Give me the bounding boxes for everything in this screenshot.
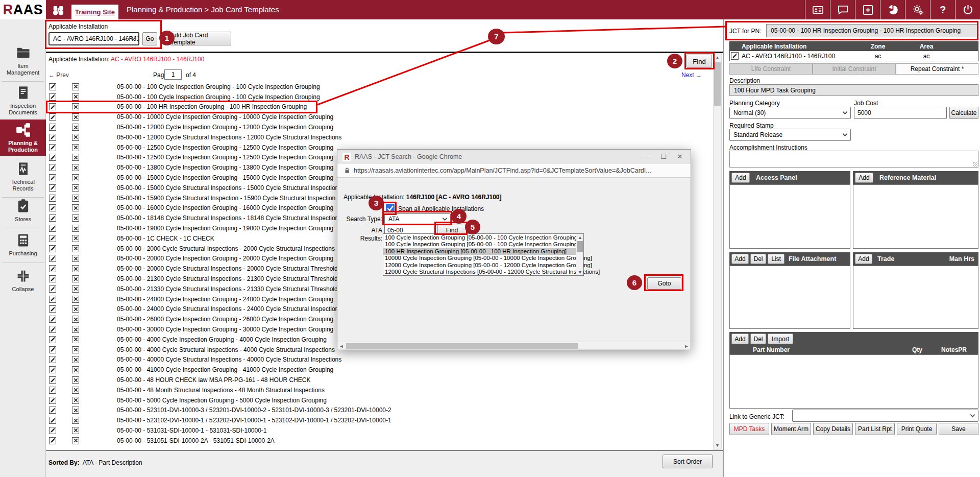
edit-icon[interactable]	[49, 164, 56, 171]
file-attachment-del-button[interactable]: Del	[750, 254, 766, 264]
power-icon[interactable]	[955, 0, 980, 19]
resize-handle[interactable]	[973, 162, 977, 166]
next-page-link[interactable]: Next →	[681, 71, 702, 79]
delete-icon[interactable]	[72, 255, 79, 262]
delete-icon[interactable]	[72, 326, 79, 333]
gears-icon[interactable]	[905, 0, 930, 19]
installation-select[interactable]: AC - AVRO 146RJ100 - 146RJ100	[48, 32, 139, 45]
page-number-input[interactable]	[164, 69, 182, 80]
result-item[interactable]: 10000 Cycle Inspection Grouping [05-00-0…	[383, 255, 576, 261]
print-quote-button[interactable]: Print Quote	[897, 423, 937, 435]
table-row[interactable]: 05-00-00 - 40000 Cycle Structural Inspec…	[46, 355, 709, 365]
delete-icon[interactable]	[72, 346, 79, 353]
edit-icon[interactable]	[731, 52, 739, 60]
span-installations-checkbox[interactable]	[386, 204, 395, 212]
edit-icon[interactable]	[49, 235, 56, 242]
table-row[interactable]: 05-00-00 - 100 Cycle Inspection Grouping…	[46, 82, 709, 92]
delete-icon[interactable]	[72, 417, 79, 424]
maximize-icon[interactable]: ☐	[656, 153, 671, 160]
edit-icon[interactable]	[49, 407, 56, 414]
results-scrollbar[interactable]: ▲ ▼	[576, 234, 583, 275]
help-icon[interactable]: ?	[930, 0, 955, 19]
scrollbar-thumb[interactable]	[577, 241, 583, 252]
edit-icon[interactable]	[49, 265, 56, 272]
chat-icon[interactable]	[830, 0, 855, 19]
calculate-button[interactable]: Calculate	[949, 107, 978, 119]
scroll-down-arrow[interactable]: ▼	[714, 441, 721, 449]
edit-icon[interactable]	[49, 427, 56, 434]
sidebar-item-item-management[interactable]: ItemManagement	[0, 42, 46, 80]
edit-icon[interactable]	[49, 316, 56, 323]
file-attachment-list-button[interactable]: List	[768, 254, 785, 264]
delete-icon[interactable]	[72, 144, 79, 151]
constraint-tab-repeat-constraint[interactable]: Repeat Constraint *	[896, 63, 978, 75]
delete-icon[interactable]	[72, 214, 79, 222]
edit-icon[interactable]	[49, 387, 56, 394]
required-stamp-select[interactable]: Standard Release	[729, 129, 851, 141]
edit-icon[interactable]	[49, 366, 56, 373]
trade-list[interactable]	[853, 266, 978, 329]
link-generic-jct-select[interactable]	[792, 410, 978, 422]
result-item[interactable]: 100 Cycle Inspection Grouping [05-00-00 …	[383, 241, 576, 248]
job-cost-input[interactable]	[854, 107, 947, 119]
edit-icon[interactable]	[49, 93, 56, 101]
edit-icon[interactable]	[49, 397, 56, 404]
scrollbar-thumb[interactable]	[714, 62, 721, 106]
result-item[interactable]: 100 HR Inspection Grouping [05-00-00 - 1…	[383, 248, 576, 255]
trade-add-button[interactable]: Add	[855, 254, 872, 264]
delete-icon[interactable]	[72, 195, 79, 202]
edit-icon[interactable]	[49, 154, 56, 161]
delete-icon[interactable]	[72, 124, 79, 131]
close-icon[interactable]: ✕	[672, 153, 688, 160]
table-row[interactable]: 05-00-00 - 531031-SDI-10000-1 - 531031-S…	[46, 425, 709, 436]
delete-icon[interactable]	[72, 397, 79, 404]
delete-icon[interactable]	[72, 93, 79, 101]
sidebar-item-technical-records[interactable]: TechnicalRecords	[0, 158, 46, 196]
table-row[interactable]: 05-00-00 - 100 Cycle Inspection Grouping…	[46, 92, 709, 102]
delete-icon[interactable]	[72, 265, 79, 272]
delete-icon[interactable]	[72, 366, 79, 373]
delete-icon[interactable]	[72, 387, 79, 394]
delete-icon[interactable]	[72, 204, 79, 211]
table-row[interactable]: 05-00-00 - 41000 Cycle Inspection Groupi…	[46, 365, 709, 375]
delete-icon[interactable]	[72, 316, 79, 323]
sidebar-item-stores[interactable]: Stores	[0, 196, 46, 225]
delete-icon[interactable]	[72, 427, 79, 434]
edit-icon[interactable]	[49, 296, 56, 303]
planning-category-select[interactable]: Normal (30)	[729, 107, 851, 119]
edit-icon[interactable]	[49, 417, 56, 424]
find-button[interactable]: Find	[687, 55, 712, 68]
tab-training-site[interactable]: Training Site	[71, 5, 118, 19]
prev-page-link[interactable]: ← Prev	[48, 71, 69, 79]
parts-list[interactable]	[729, 354, 978, 409]
result-item[interactable]: 100 Cycle Inspection Grouping [05-00-00 …	[383, 234, 576, 241]
delete-icon[interactable]	[72, 103, 79, 110]
edit-icon[interactable]	[49, 103, 56, 110]
edit-icon[interactable]	[49, 174, 56, 181]
plus-square-icon[interactable]	[855, 0, 880, 19]
edit-icon[interactable]	[49, 275, 56, 282]
edit-icon[interactable]	[49, 255, 56, 262]
moment-arm-button[interactable]: Moment Arm	[771, 423, 811, 435]
result-item[interactable]: 12000 Cycle Structural Inspections [05-0…	[383, 269, 576, 275]
delete-icon[interactable]	[72, 296, 79, 303]
access-panel-list[interactable]	[729, 184, 850, 249]
scrollbar-thumb[interactable]	[346, 343, 578, 349]
table-row[interactable]: 05-00-00 - 12000 Cycle Inspection Groupi…	[46, 122, 709, 132]
table-row[interactable]: 05-00-00 - 5000 Cycle Inspection Groupin…	[46, 395, 709, 406]
results-listbox[interactable]: 100 Cycle Inspection Grouping [05-00-00 …	[383, 233, 584, 276]
mpd-tasks-button[interactable]: MPD Tasks	[729, 423, 769, 435]
constraint-tab-life-constraint[interactable]: Life Constraint	[729, 63, 813, 75]
table-row[interactable]: 05-00-00 - 48 Month Structural Inspectio…	[46, 385, 709, 395]
scroll-up-arrow[interactable]: ▲	[576, 234, 584, 241]
parts-import-button[interactable]: Import	[768, 333, 793, 344]
table-row[interactable]: 05-00-00 - 10000 Cycle Inspection Groupi…	[46, 112, 709, 122]
table-row[interactable]: 05-00-00 - 48 HOUR CHECK iaw MSA PR-PG-1…	[46, 375, 709, 385]
edit-icon[interactable]	[49, 336, 56, 343]
dialog-titlebar[interactable]: R RAAS - JCT Search - Google Chrome — ☐ …	[337, 150, 691, 164]
edit-icon[interactable]	[49, 285, 56, 293]
file-attachment-add-button[interactable]: Add	[731, 254, 749, 264]
table-row[interactable]: 05-00-00 - 12000 Cycle Structural Inspec…	[46, 132, 709, 142]
parts-del-button[interactable]: Del	[750, 333, 766, 344]
edit-icon[interactable]	[49, 245, 56, 252]
